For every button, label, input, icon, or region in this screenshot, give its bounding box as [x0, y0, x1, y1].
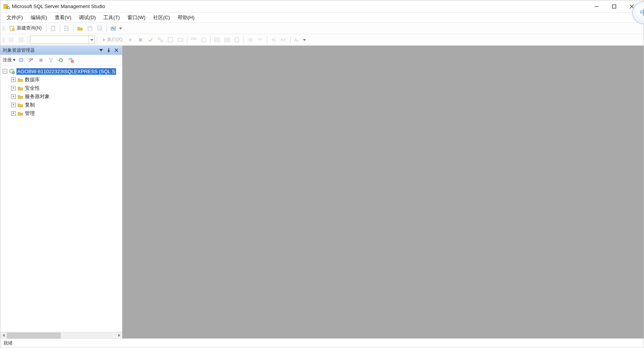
- menu-view[interactable]: 查看(V): [51, 13, 75, 22]
- panel-close-button[interactable]: [113, 47, 120, 54]
- scroll-right-icon[interactable]: [116, 333, 122, 338]
- save-button[interactable]: [85, 24, 95, 33]
- svg-marker-73: [118, 334, 120, 337]
- connect-label[interactable]: 连接 ▾: [3, 57, 15, 63]
- main-area: 对象资源管理器 连接 ▾ − AGOBW-811022323\S: [0, 46, 644, 338]
- separator: [187, 36, 187, 44]
- tree-label: 复制: [25, 102, 35, 108]
- include-client-stats-button[interactable]: [199, 35, 208, 44]
- minimize-button[interactable]: [588, 0, 605, 13]
- expand-icon[interactable]: +: [11, 86, 16, 90]
- decrease-indent-button[interactable]: [269, 35, 278, 44]
- menu-tools[interactable]: 工具(T): [100, 13, 124, 22]
- svg-rect-56: [108, 51, 110, 51]
- folder-icon: [17, 94, 23, 100]
- menubar: 文件(F) 编辑(E) 查看(V) 调试(D) 工具(T) 窗口(W) 社区(C…: [0, 13, 644, 23]
- include-actual-plan-button[interactable]: [189, 35, 198, 44]
- new-query-button[interactable]: 新建查询(N): [7, 24, 44, 33]
- svg-marker-22: [129, 38, 132, 41]
- disconnect-button[interactable]: [27, 56, 35, 64]
- expand-icon[interactable]: +: [11, 77, 16, 82]
- statusbar: 就绪: [0, 338, 644, 348]
- tree-node-databases[interactable]: + 数据库: [0, 76, 122, 84]
- collapse-icon[interactable]: −: [3, 69, 7, 74]
- menu-help[interactable]: 帮助(H): [174, 13, 198, 22]
- save-all-button[interactable]: [95, 24, 105, 33]
- status-text: 就绪: [3, 340, 13, 346]
- tree-node-management[interactable]: + 管理: [0, 109, 122, 118]
- database-combobox[interactable]: [30, 36, 95, 44]
- tree-node-server-objects[interactable]: + 服务器对象: [0, 92, 122, 101]
- svg-line-2: [9, 8, 10, 9]
- svg-point-66: [69, 58, 72, 60]
- connect-button[interactable]: [7, 35, 16, 44]
- increase-indent-button[interactable]: [279, 35, 288, 44]
- svg-marker-72: [3, 334, 5, 337]
- svg-rect-38: [235, 38, 239, 42]
- menu-edit[interactable]: 编辑(E): [27, 13, 51, 22]
- panel-header: 对象资源管理器: [0, 46, 122, 55]
- svg-rect-63: [39, 59, 42, 62]
- tree-label: 服务器对象: [25, 93, 50, 100]
- separator: [60, 25, 60, 32]
- folder-icon: [17, 77, 23, 83]
- expand-icon[interactable]: +: [11, 94, 16, 99]
- tree-label: 数据库: [25, 76, 40, 83]
- toolbar-overflow[interactable]: [302, 35, 306, 44]
- svg-rect-4: [613, 5, 616, 8]
- mdi-area: [123, 46, 644, 338]
- change-connection-button[interactable]: [16, 35, 26, 44]
- results-file-button[interactable]: [232, 35, 242, 44]
- open-folder-button[interactable]: [75, 24, 85, 33]
- app-icon: [3, 3, 10, 10]
- results-text-button[interactable]: [212, 35, 222, 44]
- menu-file[interactable]: 文件(F): [3, 13, 27, 22]
- connect-object-explorer-button[interactable]: [17, 56, 25, 64]
- panel-pin-button[interactable]: [105, 47, 112, 54]
- ssms-window: Microsoft SQL Server Management Studio 文…: [0, 0, 644, 348]
- estimated-plan-button[interactable]: [156, 35, 165, 44]
- parse-button[interactable]: [146, 35, 155, 44]
- menu-window[interactable]: 窗口(W): [124, 13, 149, 22]
- activity-monitor-button[interactable]: [109, 24, 118, 33]
- expand-icon[interactable]: +: [11, 111, 16, 116]
- registered-servers-button[interactable]: [67, 56, 75, 64]
- menu-debug[interactable]: 调试(D): [75, 13, 100, 22]
- toolbar-grip[interactable]: [3, 36, 5, 44]
- results-grid-button[interactable]: [222, 35, 232, 44]
- filter-button[interactable]: [47, 56, 55, 64]
- scroll-left-icon[interactable]: [0, 333, 7, 338]
- toolbar-grip[interactable]: [3, 25, 5, 32]
- tree-label: 管理: [25, 110, 35, 117]
- tree-node-security[interactable]: + 安全性: [0, 84, 122, 92]
- separator: [106, 25, 107, 32]
- menu-community[interactable]: 社区(C): [149, 13, 174, 22]
- specify-values-button[interactable]: Aᵦ: [293, 35, 302, 44]
- expand-icon[interactable]: +: [11, 103, 16, 107]
- svg-marker-64: [49, 59, 53, 62]
- query-options-button[interactable]: [166, 35, 175, 44]
- execute-button[interactable]: 执行(X): [99, 35, 125, 44]
- debug-button[interactable]: [126, 35, 135, 44]
- separator: [267, 36, 267, 44]
- tree-label: 安全性: [25, 85, 40, 92]
- refresh-button[interactable]: [57, 56, 65, 64]
- svg-rect-14: [98, 26, 102, 30]
- uncomment-button[interactable]: [256, 35, 265, 44]
- open-file-button[interactable]: [62, 24, 71, 33]
- tree-node-replication[interactable]: + 复制: [0, 101, 122, 109]
- maximize-button[interactable]: [605, 0, 623, 13]
- panel-dropdown-button[interactable]: [98, 47, 105, 54]
- comment-button[interactable]: [246, 35, 255, 44]
- folder-icon: [17, 102, 23, 108]
- stop-button[interactable]: [37, 56, 45, 64]
- svg-rect-18: [9, 38, 13, 42]
- stop-button[interactable]: [136, 35, 145, 44]
- intellisense-button[interactable]: [176, 35, 185, 44]
- new-file-button[interactable]: [49, 24, 58, 33]
- tree-root-server[interactable]: − AGOBW-811022323\SQLEXPRESS (SQL S: [0, 67, 122, 76]
- toolbar-overflow[interactable]: [119, 24, 123, 33]
- scrollbar-thumb[interactable]: [7, 333, 60, 338]
- horizontal-scrollbar[interactable]: [0, 332, 122, 338]
- svg-rect-15: [97, 26, 101, 30]
